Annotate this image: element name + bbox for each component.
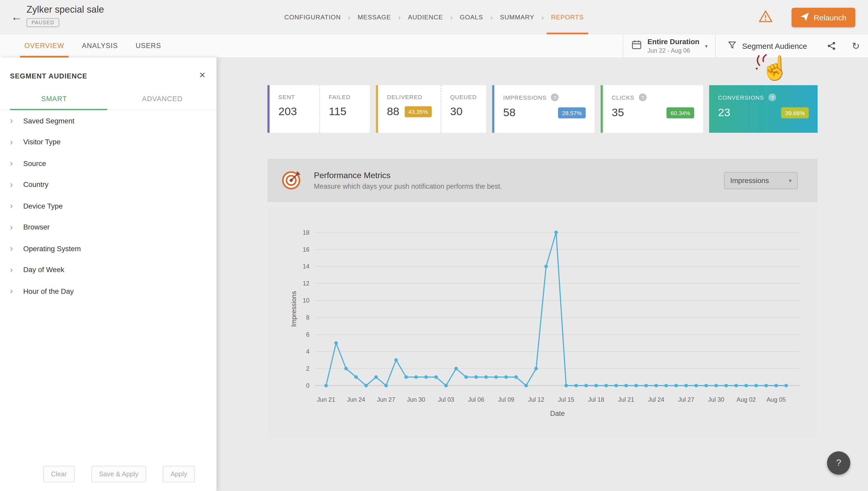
breadcrumb-item-configuration[interactable]: CONFIGURATION — [284, 0, 341, 34]
list-item-label: Device Type — [23, 202, 63, 210]
svg-text:4: 4 — [306, 348, 309, 355]
breadcrumb-separator: › — [541, 13, 544, 21]
breadcrumb-item-message[interactable]: MESSAGE — [357, 0, 391, 34]
list-item-day-of-week[interactable]: ›Day of Week — [0, 259, 216, 281]
list-item-label: Source — [23, 159, 46, 168]
svg-text:Aug 02: Aug 02 — [736, 396, 756, 403]
stat-value: 203 — [278, 105, 297, 118]
metric-select-dropdown[interactable]: Impressions ▾ — [724, 172, 798, 189]
breadcrumb-separator: › — [450, 13, 453, 21]
filter-funnel-icon — [728, 41, 736, 51]
stat-value: 115 — [329, 105, 347, 118]
clear-button[interactable]: Clear — [43, 466, 74, 482]
svg-text:Jul 12: Jul 12 — [528, 396, 544, 403]
stat-badge: 28.57% — [558, 107, 586, 118]
svg-text:Jul 21: Jul 21 — [618, 396, 634, 403]
segment-audience-button[interactable]: Segment Audience — [715, 34, 819, 58]
panel-actions: ClearSave & ApplyApply — [43, 466, 195, 482]
stat-card: CLICKS?3560.34% — [601, 85, 703, 133]
performance-line-chart: 024681012141618Jun 21Jun 24Jun 27Jun 30J… — [267, 207, 818, 438]
list-item-saved-segment[interactable]: ›Saved Segment — [0, 110, 216, 132]
close-icon[interactable]: × — [199, 70, 206, 80]
help-icon[interactable]: ? — [639, 93, 647, 101]
list-item-visitor-type[interactable]: ›Visitor Type — [0, 132, 216, 152]
list-item-country[interactable]: ›Country — [0, 174, 216, 195]
breadcrumb-item-goals[interactable]: GOALS — [460, 0, 483, 34]
stat-label: QUEUED — [450, 93, 477, 100]
stat-value: 23 — [718, 106, 730, 119]
help-icon[interactable]: ? — [551, 93, 559, 101]
list-item-label: Hour of the Day — [23, 287, 74, 295]
share-icon[interactable] — [819, 34, 843, 58]
svg-text:Jul 15: Jul 15 — [558, 396, 574, 403]
list-item-source[interactable]: ›Source — [0, 152, 216, 174]
segment-criteria-list: ›Saved Segment›Visitor Type›Source›Count… — [0, 110, 216, 302]
target-icon — [280, 170, 301, 191]
stat-label: CONVERSIONS — [718, 94, 764, 101]
svg-text:Jul 18: Jul 18 — [588, 396, 604, 403]
svg-text:14: 14 — [303, 263, 309, 270]
help-button[interactable]: ? — [827, 452, 850, 475]
relaunch-button[interactable]: Relaunch — [791, 8, 855, 27]
svg-text:12: 12 — [303, 280, 309, 287]
save-apply-button[interactable]: Save & Apply — [91, 466, 146, 482]
stat-value: 88 — [387, 105, 399, 118]
svg-text:Jul 09: Jul 09 — [498, 396, 514, 403]
list-item-label: Country — [23, 180, 49, 189]
segment-audience-label: Segment Audience — [742, 41, 807, 50]
stat-value: 58 — [503, 106, 516, 119]
stat-label: CLICKS — [612, 94, 634, 101]
help-icon[interactable]: ? — [768, 93, 776, 101]
svg-text:6: 6 — [306, 331, 309, 338]
svg-text:Date: Date — [550, 410, 565, 417]
panel-tab-smart[interactable]: SMART — [0, 93, 108, 110]
stat-badge: 43.35% — [405, 106, 432, 117]
svg-text:Jun 21: Jun 21 — [317, 396, 335, 403]
send-plane-icon — [800, 12, 809, 23]
list-item-operating-system[interactable]: ›Operating System — [0, 238, 216, 259]
stat-badge: 39.66% — [781, 107, 809, 118]
relaunch-label: Relaunch — [814, 13, 846, 22]
list-item-browser[interactable]: ›Browser — [0, 216, 216, 238]
chevron-right-icon: › — [10, 138, 23, 146]
campaign-title-block: Zylker special sale PAUSED — [27, 4, 104, 27]
tab-analysis[interactable]: ANALYSIS — [73, 34, 127, 58]
duration-range: Jun 22 - Aug 06 — [647, 47, 699, 54]
breadcrumb-item-audience[interactable]: AUDIENCE — [408, 0, 443, 34]
stat-value: 30 — [450, 105, 463, 118]
metrics-title: Performance Metrics — [314, 170, 502, 180]
main-tabs: OVERVIEWANALYSISUSERS — [16, 34, 170, 58]
svg-text:Jun 30: Jun 30 — [407, 396, 425, 403]
breadcrumb-separator: › — [490, 13, 493, 21]
svg-text:10: 10 — [303, 297, 309, 304]
breadcrumb-separator: › — [348, 13, 350, 21]
chevron-right-icon: › — [10, 180, 23, 189]
svg-text:Jul 24: Jul 24 — [648, 396, 664, 403]
segment-audience-panel: SEGMENT AUDIENCE × SMARTADVANCED ›Saved … — [0, 58, 216, 491]
duration-selector[interactable]: Entire Duration Jun 22 - Aug 06 ▾ — [623, 34, 715, 58]
refresh-icon[interactable]: ↻ — [844, 34, 868, 58]
stat-label: IMPRESSIONS — [503, 94, 547, 101]
tab-overview[interactable]: OVERVIEW — [16, 34, 73, 58]
toolbar-right: Entire Duration Jun 22 - Aug 06 ▾ Segmen… — [623, 34, 868, 58]
stat-card: SENT203FAILED115 — [267, 85, 370, 133]
apply-button[interactable]: Apply — [163, 466, 195, 482]
tab-users[interactable]: USERS — [127, 34, 170, 58]
chevron-right-icon: › — [10, 265, 23, 274]
back-arrow-icon[interactable]: ← — [11, 11, 22, 24]
list-item-label: Operating System — [23, 244, 81, 253]
breadcrumb-item-summary[interactable]: SUMMARY — [500, 0, 534, 34]
stat-card: IMPRESSIONS?5828.57% — [492, 85, 594, 133]
warning-icon[interactable] — [758, 10, 773, 26]
breadcrumb-item-reports[interactable]: REPORTS — [551, 0, 584, 34]
svg-text:Jul 03: Jul 03 — [438, 396, 454, 403]
svg-text:Jul 06: Jul 06 — [468, 396, 484, 403]
app-root: ← Zylker special sale PAUSED CONFIGURATI… — [0, 0, 868, 491]
list-item-label: Browser — [23, 223, 50, 231]
top-header: ← Zylker special sale PAUSED CONFIGURATI… — [0, 0, 868, 35]
chevron-right-icon: › — [10, 159, 23, 168]
svg-text:Jun 27: Jun 27 — [377, 396, 395, 403]
list-item-hour-of-the-day[interactable]: ›Hour of the Day — [0, 280, 216, 302]
panel-tab-advanced[interactable]: ADVANCED — [108, 93, 216, 110]
list-item-device-type[interactable]: ›Device Type — [0, 195, 216, 216]
